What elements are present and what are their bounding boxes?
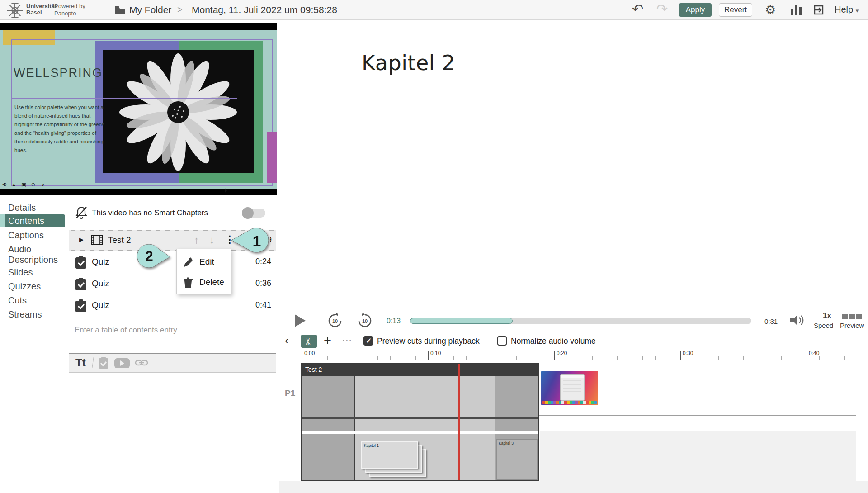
progress-bar[interactable] bbox=[410, 318, 751, 324]
sidebar-item-contents[interactable]: Contents bbox=[8, 216, 44, 226]
svg-text:10: 10 bbox=[332, 318, 338, 324]
move-up-icon[interactable]: ↑ bbox=[194, 234, 199, 246]
ruler-minor-ticks bbox=[302, 356, 857, 360]
annotation-callout-1: 1 bbox=[229, 226, 272, 254]
slide-thumbnail-stack[interactable]: Kapitel 1 bbox=[361, 441, 428, 476]
universitat-basel-logo-icon bbox=[6, 2, 24, 19]
active-segment[interactable] bbox=[355, 419, 495, 431]
thumbnail-player-controls-icons[interactable]: ⟲ ▲ ▣ ⊙ ➔ bbox=[2, 182, 46, 188]
exit-icon[interactable] bbox=[813, 4, 825, 16]
preview-quality-icon[interactable] bbox=[842, 313, 863, 321]
normalize-audio-checkbox[interactable] bbox=[497, 336, 507, 346]
cut-segment[interactable] bbox=[302, 419, 354, 431]
smart-chapters-toggle[interactable] bbox=[243, 209, 265, 218]
settings-gear-icon[interactable]: ⚙ bbox=[765, 3, 776, 17]
sidebar-item-streams[interactable]: Streams bbox=[8, 309, 42, 320]
cut-tool-button[interactable]: ✂ bbox=[301, 335, 317, 348]
cut-segment[interactable] bbox=[302, 376, 354, 417]
playback-bar: 10 10 0:13 -0:31 1x Speed Preview bbox=[279, 308, 868, 333]
stats-icon[interactable] bbox=[790, 5, 802, 15]
apply-button[interactable]: Apply bbox=[679, 3, 712, 17]
add-quiz-icon-disabled[interactable] bbox=[98, 357, 109, 369]
rewind-10-icon[interactable]: 10 bbox=[327, 313, 343, 328]
sidebar-item-captions[interactable]: Captions bbox=[8, 230, 44, 241]
sidebar-item-quizzes[interactable]: Quizzes bbox=[8, 281, 41, 292]
breadcrumb-folder[interactable]: My Folder bbox=[129, 5, 171, 15]
preview-label: Preview bbox=[840, 322, 864, 329]
menu-item-edit[interactable]: Edit bbox=[177, 252, 231, 272]
add-link-icon-disabled[interactable] bbox=[135, 359, 148, 366]
preview-cuts-checkbox[interactable] bbox=[363, 336, 373, 346]
collapse-panel-icon[interactable]: ‹ bbox=[285, 334, 288, 347]
timeline-playhead[interactable] bbox=[458, 364, 460, 480]
volume-icon[interactable] bbox=[789, 313, 806, 327]
sidebar-item-cuts[interactable]: Cuts bbox=[8, 295, 27, 306]
video-preview-thumbnail[interactable]: WELLSPRING Use this color palette when y… bbox=[0, 23, 277, 195]
slide-divider-line bbox=[11, 98, 237, 99]
ruler-tick-label: 0:40 bbox=[809, 350, 819, 356]
pencil-icon bbox=[183, 257, 193, 268]
timeline-ruler[interactable]: 0:000:100:200:300:40 bbox=[279, 349, 857, 360]
revert-button[interactable]: Revert bbox=[719, 3, 752, 17]
timeline-right-border bbox=[856, 349, 856, 481]
session-header[interactable]: Test 2 bbox=[302, 364, 538, 376]
add-stream-icon[interactable]: + bbox=[324, 333, 331, 348]
quiz-icon bbox=[75, 278, 87, 291]
play-button[interactable] bbox=[295, 314, 306, 327]
progress-fill bbox=[410, 318, 513, 324]
timeline-bottom-strip bbox=[279, 481, 868, 493]
preview-cuts-label: Preview cuts during playback bbox=[377, 337, 480, 346]
sidebar-item-details[interactable]: Details bbox=[8, 203, 36, 213]
session-block-test2[interactable]: Test 2 Ka bbox=[301, 363, 539, 481]
collapse-triangle-icon[interactable]: ▶ bbox=[79, 236, 84, 243]
panopto-editor: Universität Basel Powered by Panopto My … bbox=[0, 0, 868, 493]
slide-thumbnail-clipped[interactable]: Kapitel 3 bbox=[496, 439, 538, 480]
audio-track-row[interactable] bbox=[302, 419, 538, 431]
active-segment[interactable] bbox=[355, 376, 495, 417]
normalize-audio-label: Normalize audio volume bbox=[511, 337, 596, 346]
top-bar: Universität Basel Powered by Panopto My … bbox=[0, 0, 868, 20]
ruler-major-tick bbox=[302, 351, 302, 360]
ruler-tick-label: 0:20 bbox=[557, 350, 567, 356]
ruler-major-tick bbox=[428, 351, 429, 360]
add-video-icon-disabled[interactable] bbox=[114, 358, 130, 368]
text-format-button[interactable]: Tt bbox=[75, 356, 86, 369]
track-label-p1: P1 bbox=[285, 389, 295, 398]
cut-segment[interactable] bbox=[495, 419, 538, 431]
speed-label: Speed bbox=[814, 322, 833, 329]
help-menu[interactable]: Help ▾ bbox=[835, 5, 859, 15]
redo-icon[interactable]: ↷ bbox=[656, 1, 668, 17]
forward-10-icon[interactable]: 10 bbox=[357, 313, 373, 328]
menu-item-delete[interactable]: Delete bbox=[177, 273, 231, 293]
slide-clip-label: Kapitel 3 bbox=[499, 441, 514, 446]
quiz-row-label[interactable]: Quiz bbox=[92, 279, 109, 289]
logo-text: Universität Basel bbox=[26, 3, 57, 16]
toggle-knob bbox=[242, 207, 254, 219]
quiz-row-label[interactable]: Quiz bbox=[92, 300, 109, 310]
toc-entry-input[interactable] bbox=[69, 321, 276, 354]
screen-capture-thumbnail[interactable] bbox=[541, 371, 598, 405]
slides-track-row[interactable]: Kapitel 1 Kapitel 3 bbox=[302, 434, 538, 480]
sidebar-item-slides[interactable]: Slides bbox=[8, 267, 33, 278]
speed-value[interactable]: 1x bbox=[823, 311, 831, 320]
mouse-cursor bbox=[225, 188, 227, 193]
ruler-major-tick bbox=[807, 351, 807, 360]
ruler-major-tick bbox=[554, 351, 555, 360]
undo-icon[interactable]: ↶ bbox=[632, 1, 643, 17]
timeline-empty-slide-area bbox=[540, 431, 856, 481]
slide-stack-label: Kapitel 1 bbox=[364, 443, 379, 448]
cut-segment[interactable] bbox=[302, 434, 354, 480]
chapter-context-menu: Edit Delete bbox=[176, 249, 231, 294]
video-track-row[interactable] bbox=[302, 376, 538, 417]
mac-dock bbox=[542, 401, 597, 404]
sidebar-item-audio-descriptions[interactable]: Audio Descriptions bbox=[8, 244, 65, 265]
current-time: 0:13 bbox=[387, 317, 401, 325]
quiz-row-label[interactable]: Quiz bbox=[92, 257, 109, 267]
nav-selected-stripe bbox=[0, 214, 5, 227]
cut-segment[interactable] bbox=[495, 376, 538, 417]
chapter-title: Test 2 bbox=[108, 235, 131, 245]
move-down-icon[interactable]: ↓ bbox=[209, 234, 214, 246]
more-options-icon[interactable]: ⋯ bbox=[342, 334, 353, 346]
smart-chapters-bell-off-icon bbox=[75, 206, 88, 219]
slide-wellspring: WELLSPRING Use this color palette when y… bbox=[0, 30, 277, 189]
